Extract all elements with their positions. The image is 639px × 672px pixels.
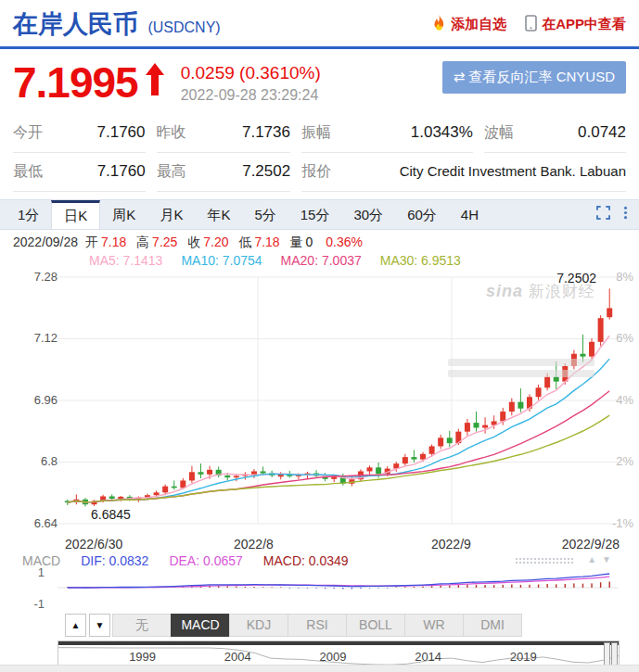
fullscreen-icon[interactable] [596, 206, 610, 223]
tab-4h[interactable]: 4H [449, 200, 491, 229]
more-options-icon[interactable] [623, 206, 628, 223]
macd-hist-value: MACD: 0.0349 [263, 553, 349, 568]
ma5-value: MA5: 7.1413 [89, 253, 162, 268]
panel-resize-handle[interactable] [515, 557, 574, 565]
macd-panel[interactable]: 1 -1 [0, 568, 639, 611]
x-axis-tick: 2022/6/30 [65, 537, 122, 552]
navigator-year: 2009 [319, 650, 346, 664]
indicator-down-button[interactable]: ▼ [89, 614, 110, 637]
indicator-tab-dmi[interactable]: DMI [463, 614, 522, 637]
low-label: 低 [238, 235, 251, 249]
page-title: 在岸人民币 [13, 10, 138, 38]
volume-label: 量 [290, 235, 303, 249]
navigator-year: 2019 [510, 650, 537, 664]
percent-axis-tick: 6% [616, 331, 633, 345]
close-label: 收 [187, 235, 200, 249]
tab-1min[interactable]: 1分 [6, 200, 51, 229]
period-low-label: 6.6845 [91, 507, 131, 522]
change-percent-value: 0.36% [326, 235, 363, 249]
open-label: 开 [85, 235, 98, 249]
macd-svg [0, 568, 639, 611]
indicator-tab-macd[interactable]: MACD [171, 614, 230, 637]
y-axis-tick: 7.12 [24, 331, 58, 345]
ohlc-info-line: 2022/09/28 开7.18 高7.25 收7.20 低7.18 量0 0.… [0, 230, 639, 251]
percent-axis-tick: 8% [616, 270, 633, 284]
indicator-tab-none[interactable]: 无 [112, 614, 172, 637]
indicator-tab-boll[interactable]: BOLL [346, 614, 405, 637]
change-block: 0.0259 (0.3610%) 2022-09-28 23:29:24 [181, 60, 321, 104]
tab-yearly-k[interactable]: 年K [195, 200, 242, 229]
percent-axis-tick: 2% [616, 454, 633, 468]
period-tab-bar: 1分 日K 周K 月K 年K 5分 15分 30分 60分 4H [0, 199, 639, 230]
x-axis-tick: 2022/9/28 [562, 537, 620, 552]
indicator-tab-rsi[interactable]: RSI [288, 614, 347, 637]
sina-watermark: sina 新浪财经 [486, 281, 595, 302]
reverse-rate-label: 查看反向汇率 CNYUSD [468, 69, 615, 84]
view-in-app-link[interactable]: 在APP中查看 [525, 15, 626, 34]
stat-prev-close: 昨收7.1736 [157, 114, 290, 153]
add-watchlist-label: 添加自选 [451, 16, 506, 33]
title-group: 在岸人民币 (USDCNY) [13, 7, 221, 41]
navigator-year: 2004 [224, 650, 251, 664]
tab-30min[interactable]: 30分 [341, 200, 395, 229]
y-axis-tick: 6.64 [24, 516, 58, 530]
tab-60min[interactable]: 60分 [395, 200, 449, 229]
stat-today-open: 今开7.1760 [13, 114, 146, 153]
percent-axis-tick: -1% [612, 516, 633, 530]
candlestick-chart[interactable]: 7.28 7.12 6.96 6.8 6.64 8% 6% 4% 2% -1% … [0, 268, 639, 537]
indicator-tab-wr[interactable]: WR [404, 614, 464, 637]
macd-dif-value: DIF: 0.0832 [81, 553, 148, 568]
macd-axis-bottom: -1 [28, 597, 45, 611]
x-axis-tick: 2022/8 [234, 537, 274, 552]
stat-low: 最低7.1760 [13, 153, 146, 192]
navigator-year: 2014 [415, 650, 441, 664]
ma20-value: MA20: 7.0037 [281, 253, 362, 268]
tab-weekly-k[interactable]: 周K [100, 200, 147, 229]
swap-arrows-icon: ⇄ [454, 69, 466, 84]
open-value: 7.18 [101, 235, 126, 249]
close-value: 7.20 [203, 235, 228, 249]
stats-row: 今开7.1760 昨收7.1736 振幅1.0343% 波幅0.0742 [13, 114, 626, 153]
stats-row: 最低7.1760 最高7.2502 报价City Credit Investme… [13, 153, 626, 192]
page-header: 在岸人民币 (USDCNY) 添加自选 在APP中查看 [0, 0, 639, 49]
y-axis-tick: 6.96 [24, 393, 58, 407]
macd-axis-top: 1 [28, 565, 45, 579]
tab-15min[interactable]: 15分 [288, 200, 342, 229]
navigator-year: 1999 [129, 650, 156, 664]
macd-info-line: MACD DIF: 0.0832 DEA: 0.0657 MACD: 0.034… [0, 552, 639, 568]
stat-range: 波幅0.0742 [484, 114, 626, 153]
watermark-bar [448, 370, 594, 377]
tab-daily-k[interactable]: 日K [51, 200, 100, 229]
up-arrow-icon [146, 63, 164, 99]
low-value: 7.18 [254, 235, 279, 249]
reverse-rate-button[interactable]: ⇄ 查看反向汇率 CNYUSD [442, 61, 626, 94]
page-footer-strip [0, 665, 639, 672]
percent-axis-tick: 4% [616, 393, 633, 407]
tab-monthly-k[interactable]: 月K [147, 200, 195, 229]
header-actions: 添加自选 在APP中查看 [432, 15, 626, 34]
ohlc-date: 2022/09/28 [13, 235, 78, 249]
stat-high: 最高7.2502 [157, 153, 291, 192]
ma10-value: MA10: 7.0754 [181, 253, 262, 268]
phone-icon [525, 15, 537, 34]
x-axis-tick: 2022/9 [431, 537, 471, 552]
indicator-tab-kdj[interactable]: KDJ [229, 614, 288, 637]
view-in-app-label: 在APP中查看 [542, 16, 626, 33]
stats-table: 今开7.1760 昨收7.1736 振幅1.0343% 波幅0.0742 最低7… [13, 114, 626, 192]
chart-toolbar-icons [596, 200, 639, 229]
panel-collapse-arrows[interactable]: ▲▼ [587, 554, 617, 564]
x-axis-labels: 2022/6/30 2022/8 2022/9 2022/9/28 [0, 537, 639, 552]
add-watchlist-link[interactable]: 添加自选 [432, 15, 506, 33]
y-axis-tick: 7.28 [24, 270, 58, 284]
candlestick-svg [0, 268, 639, 537]
usdcny-quote-page: 在岸人民币 (USDCNY) 添加自选 在APP中查看 7.1995 0.025… [0, 0, 639, 672]
flame-icon [432, 15, 446, 33]
quote-section: 7.1995 0.0259 (0.3610%) 2022-09-28 23:29… [0, 49, 639, 110]
indicator-tab-bar: ▲ ▼ 无 MACD KDJ RSI BOLL WR DMI [65, 614, 639, 637]
y-axis-tick: 6.8 [24, 454, 58, 468]
high-label: 高 [136, 235, 149, 249]
stat-quote-source: 报价City Credit Investment Bank. Labuan [301, 153, 626, 192]
tab-5min[interactable]: 5分 [242, 200, 288, 229]
indicator-up-button[interactable]: ▲ [65, 614, 86, 637]
volume-value: 0 [306, 235, 313, 249]
